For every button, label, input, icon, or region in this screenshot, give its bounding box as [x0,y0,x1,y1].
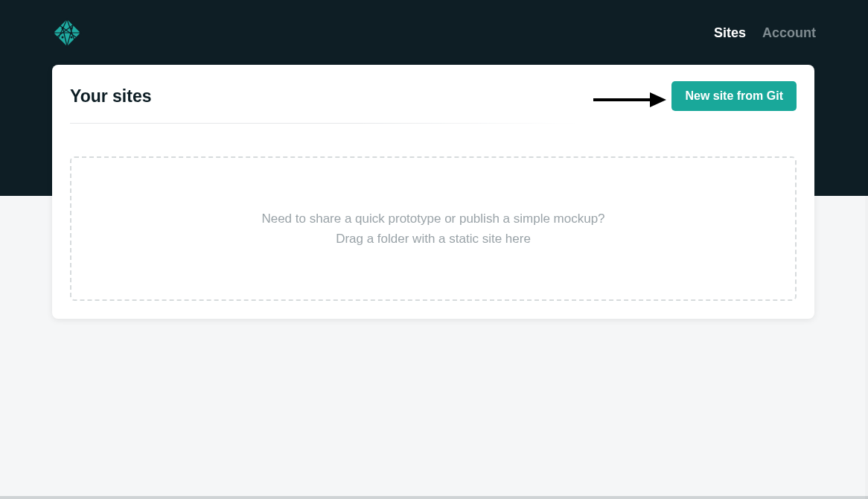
svg-point-14 [62,36,64,39]
svg-point-13 [71,28,73,30]
nav-link-sites[interactable]: Sites [714,25,746,41]
page-title: Your sites [70,86,152,107]
top-nav: Sites Account [0,0,868,52]
scrollbar[interactable] [865,0,868,499]
svg-point-12 [62,28,64,30]
svg-point-11 [53,32,55,34]
site-dropzone[interactable]: Need to share a quick prototype or publi… [70,156,797,301]
svg-marker-17 [650,92,666,107]
sites-card: Your sites New site from Git Need to sha… [52,65,814,319]
new-site-from-git-button[interactable]: New site from Git [671,81,797,111]
svg-point-8 [66,19,68,21]
netlify-logo-icon[interactable] [52,18,82,48]
svg-point-10 [66,45,68,48]
dropzone-text-line2: Drag a folder with a static site here [336,229,531,249]
arrow-annotation-icon [592,89,666,111]
footer-strip [0,496,868,499]
card-header: Your sites New site from Git [70,81,797,111]
header-divider [70,123,797,124]
svg-point-9 [80,32,82,34]
svg-point-15 [71,36,73,39]
dropzone-text-line1: Need to share a quick prototype or publi… [261,209,604,229]
nav-links: Sites Account [714,25,816,41]
nav-link-account[interactable]: Account [762,25,816,41]
